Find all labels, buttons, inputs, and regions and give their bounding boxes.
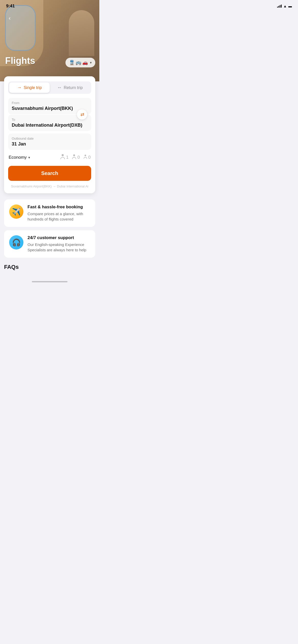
passengers-row: Economy ▾ 1 0: [8, 154, 91, 161]
faqs-title: FAQs: [4, 264, 95, 270]
class-label: Economy: [9, 155, 27, 160]
tab-single-trip[interactable]: → Single trip: [9, 82, 50, 93]
from-label: From: [12, 101, 88, 105]
svg-point-1: [73, 154, 75, 156]
outbound-date-label: Outbound date: [12, 137, 88, 140]
adult-icon: [60, 154, 65, 161]
bus-icon: 🚌: [76, 60, 81, 65]
customer-support-description: Our English-speaking Experience Speciali…: [28, 242, 90, 253]
feature-customer-support: 🎧 24/7 customer support Our English-spea…: [4, 230, 95, 258]
feature-fast-booking: ✈️ Fast & hassle-free booking Compare pr…: [4, 199, 95, 227]
trip-type-tabs: → Single trip ↔ Return trip: [8, 81, 91, 94]
fast-booking-icon-wrap: ✈️: [9, 204, 23, 219]
passenger-counts: 1 0 0: [60, 154, 91, 161]
infant-icon: [84, 154, 87, 160]
transport-icons-group: 🚆 🚌 🚗: [69, 60, 88, 65]
search-card: → Single trip ↔ Return trip From Suvarna…: [4, 76, 95, 193]
back-button[interactable]: ‹: [5, 14, 14, 23]
single-trip-icon: →: [17, 85, 22, 90]
from-to-wrapper: From Suvarnabhumi Airport(BKK) ⇅ To Duba…: [8, 98, 91, 131]
faqs-section: FAQs: [4, 264, 95, 278]
hero-person-decoration: [69, 10, 94, 56]
fast-booking-icon: ✈️: [12, 208, 21, 216]
child-count: 0: [77, 155, 80, 160]
class-selector-button[interactable]: Economy ▾: [9, 155, 30, 160]
car-icon: 🚗: [82, 60, 88, 65]
features-section: ✈️ Fast & hassle-free booking Compare pr…: [4, 199, 95, 258]
swap-airports-button[interactable]: ⇅: [77, 109, 87, 120]
status-bar: 9:41 ▲ ▬: [0, 0, 99, 9]
train-icon: 🚆: [69, 60, 75, 65]
infant-count-item: 0: [84, 154, 91, 160]
return-trip-label: Return trip: [64, 85, 83, 90]
hero-window2-decoration: [5, 5, 36, 51]
customer-support-title: 24/7 customer support: [28, 235, 90, 240]
adult-count: 1: [66, 155, 69, 160]
child-count-item: 0: [72, 154, 80, 160]
fast-booking-title: Fast & hassle-free booking: [28, 204, 90, 210]
outbound-date-field[interactable]: Outbound date 31 Jan: [8, 134, 91, 150]
page-title: Flights: [5, 55, 35, 66]
home-indicator: [0, 278, 99, 284]
fast-booking-description: Compare prices at a glance, with hundred…: [28, 211, 90, 222]
svg-point-0: [62, 154, 64, 156]
return-trip-icon: ↔: [57, 85, 62, 90]
tab-return-trip[interactable]: ↔ Return trip: [50, 82, 90, 93]
customer-support-icon-wrap: 🎧: [9, 235, 23, 250]
status-time: 9:41: [6, 4, 15, 9]
back-arrow-icon: ‹: [9, 15, 10, 22]
adult-count-item: 1: [60, 154, 69, 161]
swap-icon: ⇅: [79, 113, 85, 116]
to-value: Dubai International Airport(DXB): [12, 123, 88, 128]
single-trip-label: Single trip: [24, 85, 42, 90]
outbound-date-value: 31 Jan: [12, 141, 88, 147]
infant-count: 0: [88, 155, 91, 160]
customer-support-icon: 🎧: [12, 238, 21, 247]
recent-search: Suvarnabhumi Airport(BKK) → Dubai Intern…: [8, 184, 91, 188]
to-label: To: [12, 118, 88, 122]
home-bar: [32, 281, 67, 282]
child-icon: [72, 154, 76, 160]
from-value: Suvarnabhumi Airport(BKK): [12, 106, 88, 111]
svg-point-2: [85, 155, 86, 156]
transport-chevron-icon: ▾: [90, 61, 92, 65]
class-chevron-icon: ▾: [28, 155, 30, 159]
transport-toggle-button[interactable]: 🚆 🚌 🚗 ▾: [65, 58, 95, 67]
hero-section: ‹ Flights 🚆 🚌 🚗 ▾: [0, 0, 99, 81]
search-button[interactable]: Search: [8, 166, 91, 181]
fast-booking-text: Fast & hassle-free booking Compare price…: [28, 204, 90, 222]
customer-support-text: 24/7 customer support Our English-speaki…: [28, 235, 90, 253]
